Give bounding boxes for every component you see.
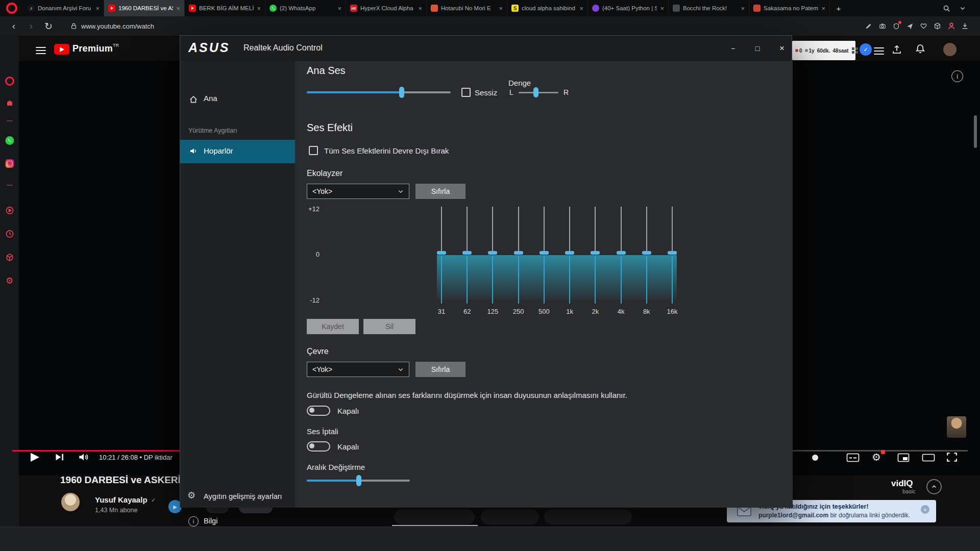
maximize-button[interactable]: □: [746, 36, 769, 61]
vidiq-badge-icon[interactable]: ✓: [860, 43, 872, 56]
browser-tab[interactable]: S cloud alpha sahibind ×: [507, 0, 588, 16]
tab-close-icon[interactable]: ×: [660, 5, 664, 12]
edit-icon[interactable]: [862, 22, 875, 30]
share-pill[interactable]: [481, 509, 539, 524]
notifications-bell-icon[interactable]: [915, 43, 926, 55]
guide-hamburger-icon[interactable]: [36, 45, 46, 56]
tab-close-icon[interactable]: ×: [741, 5, 745, 12]
miniplayer-button[interactable]: [897, 453, 910, 462]
profile-icon[interactable]: [944, 22, 958, 30]
tab-close-icon[interactable]: ×: [418, 5, 422, 12]
opera-menu-button[interactable]: [0, 3, 23, 14]
site-lock-icon[interactable]: [70, 22, 77, 30]
video-info-icon[interactable]: i: [951, 70, 963, 82]
tab-close-icon[interactable]: ×: [176, 5, 180, 12]
browser-tab-active[interactable]: 1960 DARBESİ ve AS ×: [104, 0, 185, 16]
delete-button[interactable]: Sil: [363, 319, 415, 334]
vpn-shield-icon[interactable]: [889, 22, 903, 30]
gx-corner-icon[interactable]: [6, 99, 14, 107]
browser-tab[interactable]: ♪ Donanım Arşivi Foru ×: [23, 0, 104, 16]
forward-button[interactable]: ›: [22, 20, 40, 32]
save-button[interactable]: Kaydet: [307, 319, 359, 334]
eq-band-slider[interactable]: 500: [536, 207, 552, 320]
youtube-premium-logo[interactable]: Premium: [72, 43, 113, 54]
vidiq-stats-bar[interactable]: 0 1y 60dk. 48saat: [792, 41, 855, 60]
youtube-logo-icon[interactable]: [54, 44, 69, 55]
mute-checkbox[interactable]: [461, 88, 471, 97]
channel-name[interactable]: Yusuf Kayaalp: [95, 495, 148, 504]
volume-slider-thumb[interactable]: [399, 87, 404, 98]
downloads-icon[interactable]: [958, 22, 972, 30]
balance-slider-thumb[interactable]: [533, 87, 538, 97]
like-dislike-pill[interactable]: [394, 509, 475, 524]
browser-tab[interactable]: HX HyperX Cloud Alpha ×: [346, 0, 427, 16]
extensions-cube-icon[interactable]: [930, 22, 944, 30]
environment-preset-dropdown[interactable]: <Yok>: [307, 362, 409, 377]
overlay-avatar-thumbnail[interactable]: [947, 416, 966, 438]
extension-menu-icon[interactable]: [874, 45, 884, 57]
tab-close-icon[interactable]: ×: [257, 5, 261, 12]
subtitles-button[interactable]: [846, 453, 860, 462]
tab-list-chevron-icon[interactable]: [960, 5, 966, 11]
channel-avatar[interactable]: [61, 493, 80, 511]
loudness-toggle[interactable]: [307, 406, 330, 416]
eq-band-thumb[interactable]: [617, 251, 626, 255]
eq-band-thumb[interactable]: [462, 251, 472, 255]
send-page-icon[interactable]: [903, 22, 917, 30]
settings-gear-icon[interactable]: ⚙: [6, 276, 13, 286]
download-pill[interactable]: [544, 509, 632, 524]
eq-band-thumb[interactable]: [642, 251, 651, 255]
eq-band-slider[interactable]: 8k: [639, 207, 654, 320]
tab-search-icon[interactable]: [943, 5, 950, 12]
account-avatar[interactable]: [943, 43, 957, 56]
tab-close-icon[interactable]: ×: [821, 5, 825, 12]
environment-reset-button[interactable]: Sıfırla: [415, 362, 465, 377]
tab-close-icon[interactable]: ×: [95, 5, 100, 12]
nav-item-speaker[interactable]: Hoparlör: [180, 140, 295, 163]
gx-home-icon[interactable]: [5, 77, 14, 86]
browser-tab[interactable]: (40+ Saat) Python | S ×: [588, 0, 669, 16]
eq-band-slider[interactable]: 31: [434, 207, 449, 320]
eq-band-thumb[interactable]: [540, 251, 549, 255]
theater-mode-button[interactable]: [922, 454, 935, 462]
eq-band-thumb[interactable]: [591, 251, 600, 255]
tab-close-icon[interactable]: ×: [499, 5, 503, 12]
next-video-button[interactable]: [54, 452, 65, 462]
eq-band-slider[interactable]: 250: [511, 207, 526, 320]
browser-tab[interactable]: Bocchi the Rock! ×: [669, 0, 749, 16]
instagram-sidebar-icon[interactable]: [5, 159, 14, 168]
disable-effects-checkbox[interactable]: [309, 146, 318, 155]
toast-close-icon[interactable]: ×: [921, 505, 929, 514]
eq-band-slider[interactable]: 1k: [562, 207, 577, 320]
volume-icon[interactable]: [78, 452, 90, 462]
video-player-sidebar-icon[interactable]: [5, 206, 14, 215]
browser-tab[interactable]: Hotarubi No Mori E ×: [427, 0, 507, 16]
browser-tab[interactable]: Sakasama no Patem ×: [749, 0, 830, 16]
nav-item-info[interactable]: Bilgi: [204, 517, 217, 525]
page-scrollbar[interactable]: [974, 115, 977, 148]
eq-band-slider[interactable]: 4k: [614, 207, 629, 320]
eq-band-thumb[interactable]: [668, 251, 677, 255]
eq-band-slider[interactable]: 2k: [587, 207, 603, 320]
eq-band-slider[interactable]: 125: [485, 207, 500, 320]
browser-tab[interactable]: BERK BİG AİM MELİ ×: [185, 0, 265, 16]
eq-band-thumb[interactable]: [488, 251, 497, 255]
eq-band-slider[interactable]: 16k: [665, 207, 680, 320]
tab-close-icon[interactable]: ×: [337, 5, 341, 12]
url-text[interactable]: www.youtube.com/watch: [81, 22, 154, 30]
equalizer-reset-button[interactable]: Sıfırla: [415, 184, 465, 199]
eq-band-thumb[interactable]: [565, 251, 574, 255]
nav-item-advanced[interactable]: Aygıtın gelişmiş ayarları: [204, 492, 282, 500]
balance-slider-track[interactable]: [519, 92, 558, 93]
snapshot-camera-icon[interactable]: [875, 22, 889, 30]
bookmark-heart-icon[interactable]: [917, 22, 930, 30]
back-button[interactable]: ‹: [5, 20, 22, 32]
pitch-slider-thumb[interactable]: [356, 475, 361, 486]
history-clock-icon[interactable]: [5, 230, 14, 238]
play-button[interactable]: ▶: [31, 450, 39, 463]
player-settings-gear-icon[interactable]: ⚙: [872, 451, 881, 463]
window-title-bar[interactable]: ASUS Realtek Audio Control − □ ×: [180, 36, 792, 61]
voice-cancel-toggle[interactable]: [307, 441, 330, 452]
close-button[interactable]: ×: [770, 36, 794, 61]
upload-icon[interactable]: [891, 44, 902, 55]
